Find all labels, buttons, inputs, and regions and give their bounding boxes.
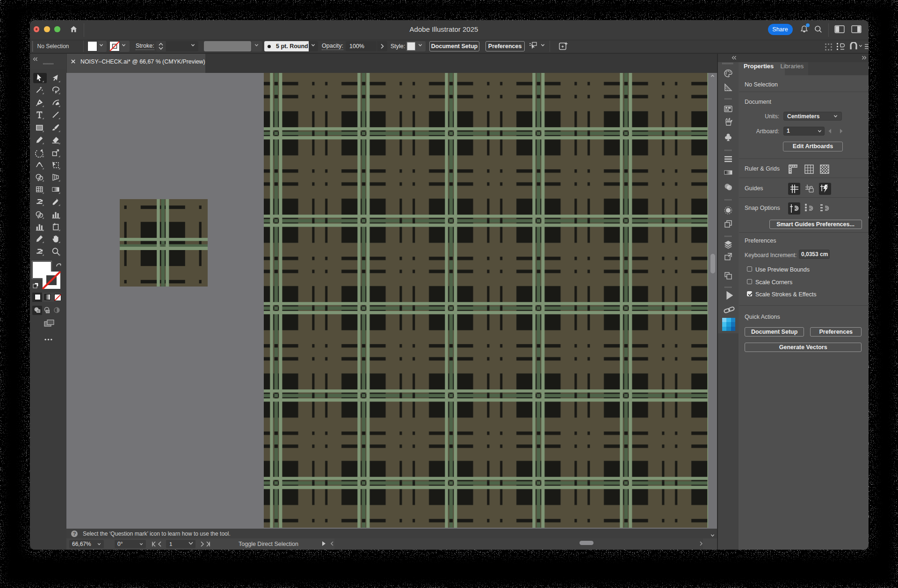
svg-text:1: 1: [169, 541, 172, 547]
